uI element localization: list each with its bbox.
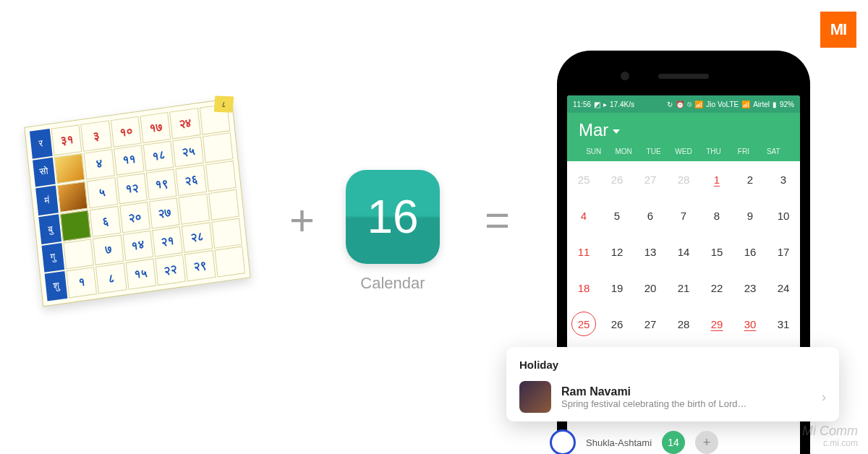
dnd-icon: ⦸ xyxy=(687,100,692,108)
signal-icon: 📶 xyxy=(694,100,703,108)
calendar-day[interactable]: 24 xyxy=(767,270,800,306)
sync-icon: ↻ xyxy=(667,100,673,108)
alarm-icon: ⏰ xyxy=(676,100,684,108)
panchang-cell: १५ xyxy=(125,259,156,290)
panchang-side-label: मं xyxy=(35,186,59,215)
calendar-day[interactable]: 9 xyxy=(733,197,767,234)
panchang-cell xyxy=(63,239,94,270)
calendar-day[interactable]: 4 xyxy=(567,197,600,234)
panchang-cell: २२ xyxy=(155,254,186,286)
calendar-day[interactable]: 16 xyxy=(733,234,767,270)
panchang-cell xyxy=(203,132,234,163)
calendar-day[interactable]: 28 xyxy=(667,306,700,342)
calendar-day[interactable]: 3 xyxy=(767,161,800,197)
holiday-row[interactable]: Ram Navami Spring festival celebrating t… xyxy=(519,381,826,413)
panchang-cell: ६ xyxy=(90,206,121,237)
calendar-day[interactable]: 25 xyxy=(567,161,600,197)
calendar-day[interactable]: 20 xyxy=(634,270,667,306)
panchang-cell: १४ xyxy=(122,230,153,261)
panchang-cell: ३१ xyxy=(51,124,82,155)
month-selector[interactable]: Mar xyxy=(579,120,788,140)
calendar-day[interactable]: 11 xyxy=(567,234,600,270)
calendar-day[interactable]: 8 xyxy=(700,197,733,234)
panchang-side-label: बु xyxy=(38,214,61,244)
calendar-day[interactable]: 22 xyxy=(700,270,733,306)
add-event-button[interactable]: + xyxy=(695,431,718,454)
selected-day-ring xyxy=(571,312,596,336)
holiday-heading: Holiday xyxy=(519,359,826,371)
panchang-cell xyxy=(205,160,237,192)
weekday-label: WED xyxy=(668,147,698,155)
panchang-cell: २५ xyxy=(173,137,204,168)
hindu-panchang-sheet: ८ र३१३१०१७२४सो४१११८२५मं५१२१९२६बु६२०२७गु७… xyxy=(24,98,250,307)
calendar-day[interactable]: 23 xyxy=(733,270,767,306)
panchang-cell: ३ xyxy=(81,120,112,151)
weekday-label: THU xyxy=(699,147,728,155)
calendar-day[interactable]: 27 xyxy=(634,306,667,342)
calendar-day[interactable]: 12 xyxy=(600,234,634,270)
weekday-row: SUNMONTUEWEDTHUFRISAT xyxy=(579,147,788,155)
panchang-cell: २६ xyxy=(176,165,207,196)
equals-symbol: = xyxy=(485,195,510,245)
panchang-cell: २९ xyxy=(184,250,216,281)
chevron-right-icon: › xyxy=(822,390,826,405)
calendar-app-icon: 16 xyxy=(346,170,440,264)
calendar-app-label: Calendar xyxy=(360,274,425,293)
calendar-day[interactable]: 21 xyxy=(667,270,700,306)
notif-icon: ◩ xyxy=(594,100,600,108)
event-peek-strip: Shukla-Ashtami 14 + xyxy=(550,429,718,454)
watermark: Mi Comm c.mi.com xyxy=(802,424,858,448)
panchang-cell: १७ xyxy=(140,112,171,143)
calendar-day[interactable]: 26 xyxy=(600,161,634,197)
mi-logo-text: MI xyxy=(830,20,846,39)
calendar-day[interactable]: 13 xyxy=(634,234,667,270)
notif-icon: ▸ xyxy=(603,100,607,108)
panchang-side-label: सो xyxy=(33,157,56,187)
chevron-down-icon xyxy=(613,129,620,134)
calendar-day[interactable]: 5 xyxy=(600,197,634,234)
calendar-app-icon-block: 16 Calendar xyxy=(346,170,440,293)
calendar-day[interactable]: 25 xyxy=(567,306,600,342)
calendar-day[interactable]: 7 xyxy=(667,197,700,234)
holiday-subtitle: Spring festival celebrating the birth of… xyxy=(561,398,812,409)
panchang-cell: १९ xyxy=(146,169,177,200)
calendar-day[interactable]: 6 xyxy=(634,197,667,234)
calendar-day[interactable]: 14 xyxy=(667,234,700,270)
status-carrier-1: Jio VoLTE xyxy=(706,100,739,108)
calendar-day[interactable]: 30 xyxy=(733,306,767,342)
calendar-day[interactable]: 18 xyxy=(567,270,600,306)
calendar-day[interactable]: 27 xyxy=(634,161,667,197)
weekday-label: FRI xyxy=(728,147,758,155)
calendar-day[interactable]: 2 xyxy=(733,161,767,197)
calendar-day[interactable]: 10 xyxy=(767,197,800,234)
phone-front-camera xyxy=(621,72,629,80)
panchang-cell: १८ xyxy=(143,140,174,171)
calendar-day[interactable]: 17 xyxy=(767,234,800,270)
calendar-day[interactable]: 26 xyxy=(600,306,634,342)
calendar-day[interactable]: 29 xyxy=(700,306,733,342)
calendar-day[interactable]: 19 xyxy=(600,270,634,306)
today-badge[interactable]: 14 xyxy=(662,431,685,454)
month-label: Mar xyxy=(579,120,608,140)
panchang-cell: ७ xyxy=(93,234,124,265)
panchang-cell: ८ xyxy=(95,263,127,294)
event-peek-label: Shukla-Ashtami xyxy=(586,437,652,448)
panchang-cell: १ xyxy=(66,267,97,298)
weekday-label: MON xyxy=(608,147,638,155)
event-avatar xyxy=(550,429,576,454)
weekday-label: SAT xyxy=(759,147,788,155)
calendar-day[interactable]: 1 xyxy=(700,161,733,197)
calendar-day[interactable]: 28 xyxy=(667,161,700,197)
status-carrier-2: Airtel xyxy=(753,100,770,108)
watermark-line2: c.mi.com xyxy=(802,439,858,448)
panchang-side-label: र xyxy=(30,129,53,158)
holiday-card[interactable]: Holiday Ram Navami Spring festival celeb… xyxy=(506,347,839,421)
calendar-header: Mar SUNMONTUEWEDTHUFRISAT xyxy=(567,113,800,161)
panchang-cell: ११ xyxy=(114,145,145,176)
panchang-cell: २८ xyxy=(182,222,213,253)
panchang-cell: १० xyxy=(111,116,142,147)
status-battery-pct: 92% xyxy=(780,100,794,108)
calendar-day[interactable]: 15 xyxy=(700,234,733,270)
panchang-cell xyxy=(208,189,239,220)
calendar-day[interactable]: 31 xyxy=(767,306,800,342)
